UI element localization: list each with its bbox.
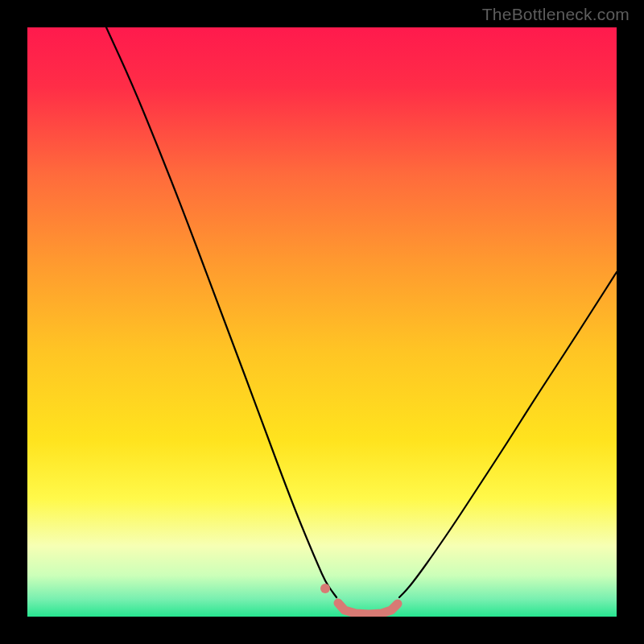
gradient-background — [27, 27, 617, 617]
highlight-dot — [320, 584, 330, 593]
watermark-text: TheBottleneck.com — [482, 5, 630, 24]
chart-frame: TheBottleneck.com — [0, 0, 644, 644]
chart-svg — [27, 27, 617, 617]
plot-area — [27, 27, 617, 617]
